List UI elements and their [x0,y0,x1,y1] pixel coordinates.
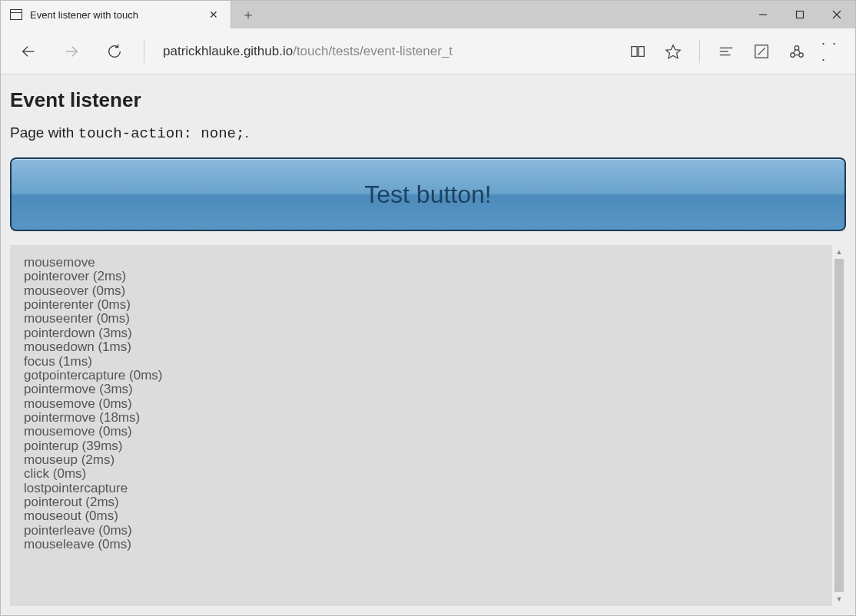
back-button[interactable] [15,38,42,65]
log-line: mouseout (0ms) [24,509,818,523]
url-host: patrickhlauke.github.io [163,44,293,59]
log-line: gotpointercapture (0ms) [24,369,818,383]
svg-point-13 [791,52,795,57]
toolbar-separator [144,40,144,63]
log-line: mouseup (2ms) [24,453,818,467]
favorite-icon[interactable] [662,41,684,62]
minimize-button[interactable] [745,1,781,28]
svg-line-16 [798,49,801,54]
tab-title: Event listener with touch [30,9,198,21]
log-line: pointerdown (3ms) [24,326,818,340]
log-line: mouseover (0ms) [24,284,818,298]
browser-tab[interactable]: Event listener with touch ✕ [1,1,231,28]
log-line: pointerout (2ms) [24,495,818,509]
svg-line-15 [793,49,795,54]
event-log-container: mousemovepointerover (2ms)mouseover (0ms… [10,245,846,606]
log-line: pointermove (18ms) [24,411,818,425]
svg-marker-6 [666,45,680,58]
event-log[interactable]: mousemovepointerover (2ms)mouseover (0ms… [10,245,832,606]
subhead-suffix: . [244,124,248,141]
reading-view-icon[interactable] [627,41,649,62]
maximize-button[interactable] [781,1,818,28]
new-tab-button[interactable]: ＋ [231,1,265,28]
notes-icon[interactable] [751,41,772,62]
window-controls [745,1,855,28]
log-line: mousemove (0ms) [24,425,818,439]
scroll-down-icon[interactable]: ▼ [832,592,846,606]
log-line: mousedown (1ms) [24,340,818,354]
browser-window: Event listener with touch ✕ ＋ [0,0,856,616]
address-bar[interactable]: patrickhlauke.github.io/touch/tests/even… [160,44,612,59]
log-line: mouseenter (0ms) [24,312,818,326]
url-path: /touch/tests/event-listener_t [293,44,453,59]
tab-strip: Event listener with touch ✕ ＋ [1,1,265,28]
page-icon [10,9,22,20]
toolbar-actions: · · · [627,40,851,63]
subhead-prefix: Page with [10,124,78,141]
scrollbar[interactable]: ▲ ▼ [832,245,846,606]
log-line: pointerover (2ms) [24,270,818,283]
toolbar-separator [699,40,700,63]
test-button[interactable]: Test button! [10,157,846,231]
svg-line-11 [758,48,765,55]
test-button-label: Test button! [364,180,491,209]
hub-icon[interactable] [715,41,737,62]
log-line: pointermove (3ms) [24,383,818,396]
page-content: Event listener Page with touch-action: n… [1,75,855,615]
subhead-code: touch-action: none; [78,125,245,142]
close-tab-icon[interactable]: ✕ [206,8,221,21]
svg-rect-1 [797,12,804,18]
close-window-button[interactable] [818,1,855,28]
refresh-button[interactable] [101,38,128,65]
log-line: mouseleave (0ms) [24,538,818,551]
forward-button[interactable] [58,38,85,65]
log-line: lostpointercapture [24,482,818,495]
log-line: click (0ms) [24,467,818,481]
scroll-thumb[interactable] [834,259,844,592]
log-line: pointerup (39ms) [24,439,818,453]
log-line: pointerleave (0ms) [24,524,818,538]
log-line: pointerenter (0ms) [24,298,818,312]
scroll-up-icon[interactable]: ▲ [832,245,846,259]
svg-point-14 [799,52,804,57]
more-icon[interactable]: · · · [821,41,843,62]
log-line: focus (1ms) [24,355,818,369]
titlebar: Event listener with touch ✕ ＋ [1,1,855,28]
page-heading: Event listener [10,88,846,112]
log-line: mousemove (0ms) [24,397,818,411]
share-icon[interactable] [786,41,808,62]
log-line: mousemove [24,256,818,270]
page-subheading: Page with touch-action: none;. [10,124,846,142]
toolbar: patrickhlauke.github.io/touch/tests/even… [1,28,855,75]
